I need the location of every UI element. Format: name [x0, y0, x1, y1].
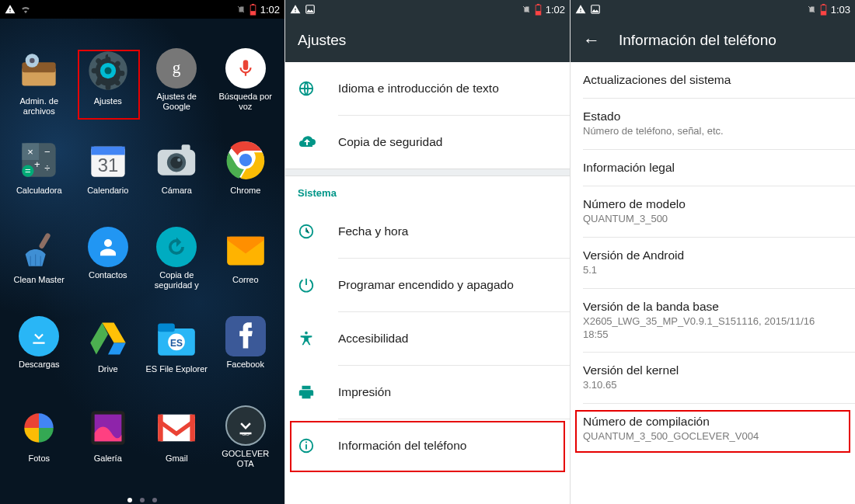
svg-text:+: +	[34, 158, 40, 170]
clock: 1:02	[546, 4, 565, 16]
row-schedule[interactable]: Programar encendido y apagado	[285, 259, 570, 311]
svg-rect-45	[536, 11, 541, 15]
app-descargas[interactable]: Descargas	[5, 316, 74, 405]
app-goclever-ota[interactable]: GO GOCLEVER OTA	[211, 405, 281, 495]
appbar-settings: Ajustes	[285, 19, 570, 62]
calculator-icon: ×−÷=+	[16, 137, 61, 182]
row-model[interactable]: Número de modelo QUANTUM_3_500	[571, 186, 855, 237]
battery-icon	[820, 4, 827, 16]
row-accessibility[interactable]: Accesibilidad	[285, 312, 570, 365]
app-calendario[interactable]: 31 Calendario	[74, 137, 143, 227]
battery-icon	[535, 4, 542, 16]
app-label: Clean Master	[14, 275, 65, 285]
app-label: ES File Explorer	[146, 364, 208, 374]
app-label: Contactos	[89, 270, 127, 280]
app-label: Cámara	[162, 186, 192, 196]
row-title: Accesibilidad	[338, 332, 557, 346]
drive-icon	[86, 316, 131, 361]
app-label: Facebook	[227, 360, 264, 370]
app-galeria[interactable]: Galería	[74, 405, 143, 495]
app-calculadora[interactable]: ×−÷=+ Calculadora	[5, 137, 74, 227]
photos-icon	[16, 405, 61, 450]
app-label: Calendario	[87, 186, 128, 196]
clock: 1:02	[260, 4, 280, 16]
app-label: Chrome	[230, 186, 260, 196]
back-button[interactable]: ←	[583, 30, 600, 50]
backup-icon	[156, 227, 197, 267]
appbar-about: ← Información del teléfono	[571, 19, 855, 62]
app-fotos[interactable]: Fotos	[5, 405, 74, 495]
svg-rect-39	[158, 415, 163, 442]
battery-icon	[250, 4, 256, 16]
mic-icon	[225, 48, 266, 89]
app-es-explorer[interactable]: ES ES File Explorer	[142, 316, 211, 405]
row-title: Estado	[583, 109, 843, 123]
row-status[interactable]: Estado Número de teléfono, señal, etc.	[571, 99, 855, 149]
app-drive[interactable]: Drive	[74, 316, 143, 405]
svg-rect-20	[91, 147, 124, 155]
image-icon	[305, 4, 316, 15]
row-language[interactable]: Idioma e introducción de texto	[285, 62, 570, 115]
row-legal[interactable]: Información legal	[571, 150, 855, 186]
download-icon	[19, 316, 59, 356]
row-date[interactable]: Fecha y hora	[285, 205, 570, 258]
svg-text:×: ×	[28, 146, 34, 158]
app-camara[interactable]: Cámara	[142, 137, 211, 227]
status-bar: 1:02	[285, 0, 570, 19]
app-label: Admin. de archivos	[7, 96, 71, 116]
accessibility-icon	[298, 330, 315, 347]
power-icon	[298, 276, 315, 294]
warning-icon	[5, 4, 16, 15]
app-label: Fotos	[28, 454, 50, 464]
row-subtitle: QUANTUM_3_500	[583, 213, 843, 226]
google-settings-icon: g	[156, 48, 197, 89]
clock-icon	[298, 223, 315, 240]
app-chrome[interactable]: Chrome	[211, 137, 281, 227]
row-baseband[interactable]: Versión de la banda base X2605_LWG_35_MP…	[571, 289, 855, 353]
app-voice-search[interactable]: Búsqueda por voz	[211, 48, 281, 137]
app-label: Drive	[98, 364, 118, 374]
ota-icon: GO	[225, 405, 266, 446]
svg-point-48	[305, 332, 308, 335]
row-title: Número de modelo	[583, 197, 843, 211]
svg-text:g: g	[173, 58, 181, 77]
svg-rect-33	[158, 324, 175, 332]
svg-text:31: 31	[97, 155, 118, 176]
wifi-icon	[19, 4, 32, 15]
app-correo[interactable]: Correo	[211, 227, 281, 316]
app-label: GOCLEVER OTA	[214, 449, 277, 468]
app-admin-archivos[interactable]: Admin. de archivos	[5, 48, 74, 137]
app-google-settings[interactable]: g Ajustes de Google	[142, 48, 211, 137]
svg-rect-30	[39, 232, 51, 249]
svg-rect-55	[821, 11, 826, 15]
svg-point-26	[177, 158, 180, 162]
row-backup[interactable]: Copia de seguridad	[285, 116, 570, 169]
contacts-icon	[88, 227, 128, 267]
row-print[interactable]: Impresión	[285, 366, 570, 419]
row-subtitle: X2605_LWG_35_MP_V0.9.1_S151116, 2015/11/…	[583, 315, 843, 342]
row-kernel[interactable]: Versión del kernel 3.10.65	[571, 353, 855, 403]
app-backup[interactable]: Copia de seguridad y	[142, 227, 211, 316]
app-contactos[interactable]: Contactos	[74, 227, 143, 316]
section-sistema: Sistema	[285, 176, 570, 205]
row-subtitle: 5.1	[583, 264, 843, 277]
highlight-about	[290, 421, 565, 472]
no-sim-icon	[236, 4, 246, 15]
row-system-updates[interactable]: Actualizaciones del sistema	[571, 62, 855, 98]
row-android[interactable]: Versión de Android 5.1	[571, 238, 855, 288]
page-indicator	[0, 498, 284, 502]
app-facebook[interactable]: Facebook	[211, 316, 281, 405]
app-gmail[interactable]: Gmail	[142, 405, 211, 495]
app-label: Correo	[232, 275, 259, 285]
appbar-title: Ajustes	[298, 32, 346, 49]
warning-icon	[290, 4, 301, 15]
svg-point-25	[171, 157, 183, 169]
svg-text:−: −	[44, 146, 51, 158]
app-label: Búsqueda por voz	[214, 92, 277, 111]
app-label: Galería	[94, 454, 122, 464]
app-clean-master[interactable]: Clean Master	[5, 227, 74, 316]
gmail-icon	[154, 405, 199, 450]
row-title: Idioma e introducción de texto	[338, 82, 557, 96]
cloud-upload-icon	[298, 134, 316, 150]
broom-icon	[16, 227, 61, 272]
